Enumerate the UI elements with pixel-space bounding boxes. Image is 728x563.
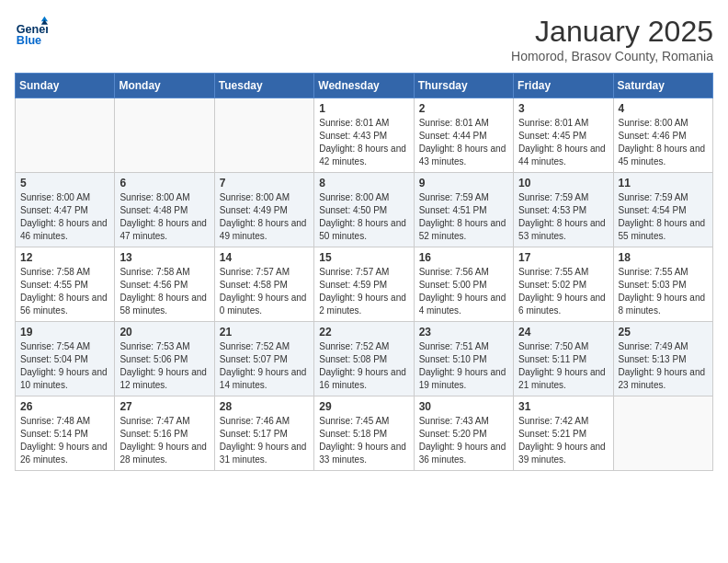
calendar-cell: 7Sunrise: 8:00 AM Sunset: 4:49 PM Daylig…	[214, 173, 313, 247]
day-number: 25	[619, 326, 708, 339]
day-info: Sunrise: 7:59 AM Sunset: 4:54 PM Dayligh…	[619, 191, 708, 243]
day-number: 8	[319, 177, 408, 190]
day-info: Sunrise: 7:49 AM Sunset: 5:13 PM Dayligh…	[619, 340, 708, 392]
weekday-header-sunday: Sunday	[16, 74, 115, 98]
day-info: Sunrise: 8:01 AM Sunset: 4:43 PM Dayligh…	[319, 117, 408, 168]
logo: General Blue	[15, 15, 48, 48]
weekday-header-thursday: Thursday	[414, 74, 513, 98]
title-block: January 2025 Homorod, Brasov County, Rom…	[511, 15, 713, 63]
calendar-cell: 31Sunrise: 7:42 AM Sunset: 5:21 PM Dayli…	[514, 396, 613, 471]
day-number: 17	[518, 251, 608, 264]
calendar-cell: 21Sunrise: 7:52 AM Sunset: 5:07 PM Dayli…	[214, 322, 313, 396]
day-info: Sunrise: 8:00 AM Sunset: 4:48 PM Dayligh…	[119, 191, 209, 243]
day-number: 30	[419, 400, 508, 413]
day-number: 15	[319, 251, 408, 264]
calendar-cell: 19Sunrise: 7:54 AM Sunset: 5:04 PM Dayli…	[16, 322, 115, 396]
day-info: Sunrise: 8:01 AM Sunset: 4:45 PM Dayligh…	[518, 117, 608, 168]
day-number: 28	[220, 400, 309, 413]
calendar-cell: 20Sunrise: 7:53 AM Sunset: 5:06 PM Dayli…	[115, 322, 214, 396]
calendar-cell	[16, 98, 115, 173]
weekday-header-monday: Monday	[115, 74, 214, 98]
calendar-week-row: 12Sunrise: 7:58 AM Sunset: 4:55 PM Dayli…	[16, 247, 713, 322]
day-info: Sunrise: 7:57 AM Sunset: 4:58 PM Dayligh…	[220, 266, 309, 317]
day-info: Sunrise: 7:43 AM Sunset: 5:20 PM Dayligh…	[419, 415, 508, 466]
day-number: 27	[119, 400, 209, 413]
day-number: 12	[20, 251, 109, 264]
day-number: 2	[419, 102, 508, 115]
calendar-cell: 15Sunrise: 7:57 AM Sunset: 4:59 PM Dayli…	[314, 247, 414, 322]
day-number: 13	[119, 251, 209, 264]
day-number: 1	[319, 102, 408, 115]
calendar-week-row: 26Sunrise: 7:48 AM Sunset: 5:14 PM Dayli…	[16, 396, 713, 471]
calendar-cell: 4Sunrise: 8:00 AM Sunset: 4:46 PM Daylig…	[613, 98, 712, 173]
calendar-cell: 28Sunrise: 7:46 AM Sunset: 5:17 PM Dayli…	[214, 396, 313, 471]
weekday-header-friday: Friday	[514, 74, 613, 98]
calendar-cell: 6Sunrise: 8:00 AM Sunset: 4:48 PM Daylig…	[115, 173, 214, 247]
day-info: Sunrise: 7:47 AM Sunset: 5:16 PM Dayligh…	[119, 415, 209, 466]
weekday-header-row: SundayMondayTuesdayWednesdayThursdayFrid…	[16, 74, 713, 98]
calendar-cell: 23Sunrise: 7:51 AM Sunset: 5:10 PM Dayli…	[414, 322, 513, 396]
calendar-cell: 3Sunrise: 8:01 AM Sunset: 4:45 PM Daylig…	[514, 98, 613, 173]
day-info: Sunrise: 7:56 AM Sunset: 5:00 PM Dayligh…	[419, 266, 508, 317]
day-number: 11	[619, 177, 708, 190]
calendar-cell: 29Sunrise: 7:45 AM Sunset: 5:18 PM Dayli…	[314, 396, 414, 471]
day-info: Sunrise: 8:00 AM Sunset: 4:49 PM Dayligh…	[220, 191, 309, 243]
day-number: 3	[518, 102, 608, 115]
calendar-cell: 2Sunrise: 8:01 AM Sunset: 4:44 PM Daylig…	[414, 98, 513, 173]
day-number: 9	[419, 177, 508, 190]
day-number: 10	[518, 177, 608, 190]
day-number: 16	[419, 251, 508, 264]
weekday-header-tuesday: Tuesday	[214, 74, 313, 98]
day-info: Sunrise: 7:52 AM Sunset: 5:07 PM Dayligh…	[220, 340, 309, 392]
calendar-week-row: 5Sunrise: 8:00 AM Sunset: 4:47 PM Daylig…	[16, 173, 713, 247]
day-info: Sunrise: 7:48 AM Sunset: 5:14 PM Dayligh…	[20, 415, 109, 466]
calendar-cell: 18Sunrise: 7:55 AM Sunset: 5:03 PM Dayli…	[613, 247, 712, 322]
day-number: 5	[20, 177, 109, 190]
day-info: Sunrise: 8:00 AM Sunset: 4:50 PM Dayligh…	[319, 191, 408, 243]
calendar-cell	[115, 98, 214, 173]
calendar-cell: 10Sunrise: 7:59 AM Sunset: 4:53 PM Dayli…	[514, 173, 613, 247]
calendar-cell	[214, 98, 313, 173]
day-info: Sunrise: 7:58 AM Sunset: 4:56 PM Dayligh…	[119, 266, 209, 317]
day-info: Sunrise: 7:59 AM Sunset: 4:51 PM Dayligh…	[419, 191, 508, 243]
day-info: Sunrise: 7:46 AM Sunset: 5:17 PM Dayligh…	[220, 415, 309, 466]
day-info: Sunrise: 7:57 AM Sunset: 4:59 PM Dayligh…	[319, 266, 408, 317]
calendar-cell: 24Sunrise: 7:50 AM Sunset: 5:11 PM Dayli…	[514, 322, 613, 396]
calendar-cell: 1Sunrise: 8:01 AM Sunset: 4:43 PM Daylig…	[314, 98, 414, 173]
day-info: Sunrise: 7:42 AM Sunset: 5:21 PM Dayligh…	[518, 415, 608, 466]
day-number: 22	[319, 326, 408, 339]
day-info: Sunrise: 7:59 AM Sunset: 4:53 PM Dayligh…	[518, 191, 608, 243]
page-header: General Blue January 2025 Homorod, Braso…	[15, 15, 713, 63]
weekday-header-saturday: Saturday	[613, 74, 712, 98]
day-number: 6	[119, 177, 209, 190]
day-number: 19	[20, 326, 109, 339]
calendar-cell: 27Sunrise: 7:47 AM Sunset: 5:16 PM Dayli…	[115, 396, 214, 471]
day-number: 31	[518, 400, 608, 413]
calendar-cell: 5Sunrise: 8:00 AM Sunset: 4:47 PM Daylig…	[16, 173, 115, 247]
calendar-cell: 30Sunrise: 7:43 AM Sunset: 5:20 PM Dayli…	[414, 396, 513, 471]
calendar-cell: 8Sunrise: 8:00 AM Sunset: 4:50 PM Daylig…	[314, 173, 414, 247]
day-info: Sunrise: 7:53 AM Sunset: 5:06 PM Dayligh…	[119, 340, 209, 392]
calendar-week-row: 19Sunrise: 7:54 AM Sunset: 5:04 PM Dayli…	[16, 322, 713, 396]
calendar-cell	[613, 396, 712, 471]
calendar-cell: 17Sunrise: 7:55 AM Sunset: 5:02 PM Dayli…	[514, 247, 613, 322]
calendar-cell: 26Sunrise: 7:48 AM Sunset: 5:14 PM Dayli…	[16, 396, 115, 471]
day-info: Sunrise: 7:50 AM Sunset: 5:11 PM Dayligh…	[518, 340, 608, 392]
day-info: Sunrise: 7:58 AM Sunset: 4:55 PM Dayligh…	[20, 266, 109, 317]
location-title: Homorod, Brasov County, Romania	[511, 49, 713, 63]
day-info: Sunrise: 7:51 AM Sunset: 5:10 PM Dayligh…	[419, 340, 508, 392]
calendar-week-row: 1Sunrise: 8:01 AM Sunset: 4:43 PM Daylig…	[16, 98, 713, 173]
day-number: 4	[619, 102, 708, 115]
day-info: Sunrise: 8:00 AM Sunset: 4:46 PM Dayligh…	[619, 117, 708, 168]
day-info: Sunrise: 8:00 AM Sunset: 4:47 PM Dayligh…	[20, 191, 109, 243]
day-info: Sunrise: 7:52 AM Sunset: 5:08 PM Dayligh…	[319, 340, 408, 392]
calendar-cell: 22Sunrise: 7:52 AM Sunset: 5:08 PM Dayli…	[314, 322, 414, 396]
day-info: Sunrise: 7:45 AM Sunset: 5:18 PM Dayligh…	[319, 415, 408, 466]
calendar-cell: 9Sunrise: 7:59 AM Sunset: 4:51 PM Daylig…	[414, 173, 513, 247]
day-info: Sunrise: 8:01 AM Sunset: 4:44 PM Dayligh…	[419, 117, 508, 168]
day-number: 23	[419, 326, 508, 339]
day-info: Sunrise: 7:55 AM Sunset: 5:03 PM Dayligh…	[619, 266, 708, 317]
calendar-table: SundayMondayTuesdayWednesdayThursdayFrid…	[15, 73, 713, 471]
day-number: 21	[220, 326, 309, 339]
calendar-cell: 12Sunrise: 7:58 AM Sunset: 4:55 PM Dayli…	[16, 247, 115, 322]
